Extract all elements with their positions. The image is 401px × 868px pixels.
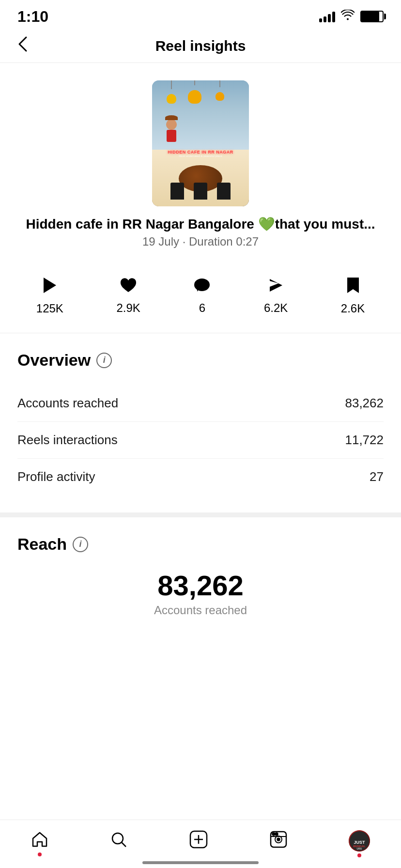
overview-row-reels[interactable]: Reels interactions 11,722: [17, 422, 384, 459]
plus-icon: [189, 830, 208, 851]
profile-activity-value: 27: [370, 469, 384, 484]
reach-label: Accounts reached: [17, 604, 384, 617]
stats-row: 125K 2.9K 6 6.2K 2.6K: [0, 262, 401, 333]
reel-preview: HIDDEN CAFE IN RR NAGAR Most underrated …: [0, 63, 401, 262]
stat-saves[interactable]: 2.6K: [341, 277, 365, 315]
overview-header: Overview i: [17, 351, 384, 370]
overview-row-profile[interactable]: Profile activity 27: [17, 459, 384, 495]
svg-point-0: [194, 279, 210, 291]
overview-title: Overview: [17, 351, 91, 370]
reel-date: 19 July · Duration 0:27: [26, 235, 375, 248]
reel-overlay-text: HIDDEN CAFE IN RR NAGAR: [157, 150, 244, 155]
reach-number: 83,262: [17, 569, 384, 602]
battery-icon: [360, 11, 384, 22]
stat-shares-value: 6.2K: [264, 301, 288, 315]
home-dot: [38, 852, 42, 856]
status-bar: 1:10: [0, 0, 401, 29]
profile-dot: [357, 853, 361, 857]
accounts-reached-label: Accounts reached: [17, 396, 118, 411]
reach-section: Reach i 83,262 Accounts reached: [0, 512, 401, 636]
stat-comments[interactable]: 6: [193, 277, 211, 315]
reel-thumbnail[interactable]: HIDDEN CAFE IN RR NAGAR Most underrated …: [152, 80, 249, 206]
nav-home[interactable]: [31, 831, 48, 851]
comment-icon: [193, 277, 211, 296]
status-time: 1:10: [17, 8, 48, 26]
stat-likes-value: 2.9K: [116, 301, 140, 315]
svg-text:JUST: JUST: [354, 840, 366, 845]
reels-icon: [270, 831, 287, 851]
svg-line-3: [122, 842, 126, 847]
accounts-reached-value: 83,262: [345, 396, 384, 411]
bottom-nav: JUST BENGAL URU: [0, 820, 401, 868]
nav-search[interactable]: [110, 831, 127, 851]
profile-activity-label: Profile activity: [17, 469, 95, 484]
bookmark-icon: [346, 277, 360, 297]
reel-overlay-sub: Most underrated & peaceful place: [157, 155, 244, 157]
wifi-icon: [341, 10, 355, 23]
heart-icon: [120, 277, 137, 296]
svg-point-12: [275, 833, 278, 836]
send-icon: [268, 277, 284, 296]
stat-plays-value: 125K: [36, 302, 63, 315]
reels-interactions-value: 11,722: [345, 433, 384, 448]
header: Reel insights: [0, 29, 401, 63]
back-button[interactable]: [17, 35, 28, 57]
nav-reels[interactable]: [270, 831, 287, 851]
svg-point-2: [112, 833, 123, 844]
home-icon: [31, 831, 48, 851]
svg-point-11: [272, 833, 275, 836]
overview-row-accounts[interactable]: Accounts reached 83,262: [17, 385, 384, 422]
reels-interactions-label: Reels interactions: [17, 433, 118, 448]
stat-saves-value: 2.6K: [341, 302, 365, 315]
reach-info-icon[interactable]: i: [73, 537, 88, 552]
signal-icon: [319, 11, 335, 22]
reel-title: Hidden cafe in RR Nagar Bangalore 💚that …: [26, 216, 375, 232]
play-icon: [43, 277, 57, 297]
reel-caption: Hidden cafe in RR Nagar Bangalore 💚that …: [6, 206, 394, 252]
overview-info-icon[interactable]: i: [96, 353, 112, 368]
status-icons: [319, 10, 384, 23]
profile-avatar: JUST BENGAL URU: [349, 830, 370, 852]
stat-plays[interactable]: 125K: [36, 277, 63, 315]
reach-header: Reach i: [17, 535, 384, 554]
svg-text:URU: URU: [357, 847, 362, 850]
stat-comments-value: 6: [199, 301, 205, 315]
nav-profile[interactable]: JUST BENGAL URU: [349, 830, 370, 852]
header-title: Reel insights: [155, 38, 246, 54]
svg-point-9: [277, 838, 279, 841]
reach-big-number: 83,262 Accounts reached: [17, 569, 384, 617]
stat-shares[interactable]: 6.2K: [264, 277, 288, 315]
search-icon: [110, 831, 127, 851]
home-indicator: [142, 861, 259, 864]
reach-title: Reach: [17, 535, 67, 554]
overview-section: Overview i Accounts reached 83,262 Reels…: [0, 333, 401, 512]
nav-create[interactable]: [189, 830, 208, 851]
stat-likes[interactable]: 2.9K: [116, 277, 140, 315]
